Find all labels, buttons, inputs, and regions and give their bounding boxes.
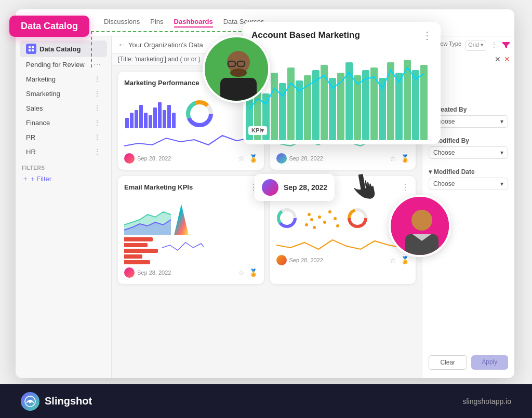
- avatar-card-2: [276, 153, 287, 164]
- sales-label: Sales: [26, 104, 43, 112]
- line-chart-3b: [162, 237, 204, 255]
- svg-point-39: [323, 221, 326, 224]
- modified-date-label: Modified Date: [434, 168, 475, 176]
- card-email-marketing[interactable]: Email Marketing KPIs ⋮: [118, 176, 264, 284]
- bar-chart-1: [124, 95, 181, 128]
- star-icon-2[interactable]: ☆: [390, 154, 396, 163]
- tab-discussions[interactable]: Discussions: [104, 18, 140, 28]
- plus-icon: ＋: [22, 174, 29, 183]
- modified-date-value: Choose: [433, 180, 455, 187]
- modified-by-value: Choose: [433, 149, 455, 156]
- filters-label: FILTERS: [22, 165, 105, 171]
- svg-point-36: [313, 226, 316, 229]
- chevron-down-icon-2: ▾: [500, 149, 503, 156]
- sidebar-item-pending[interactable]: Pending for Review ⋯: [16, 57, 111, 72]
- svg-rect-67: [420, 65, 428, 140]
- modified-by-dropdown[interactable]: Choose ▾: [429, 146, 508, 159]
- smarketing-dots[interactable]: ⋮: [94, 89, 101, 98]
- star-icon-3[interactable]: ☆: [238, 268, 245, 277]
- clear-button[interactable]: Clear: [429, 355, 467, 370]
- svg-point-35: [310, 218, 313, 221]
- date-card-4: Sep 28, 2022: [289, 257, 323, 263]
- sales-dots[interactable]: ⋮: [94, 104, 101, 112]
- modified-date-dropdown[interactable]: Choose ▾: [429, 178, 508, 190]
- nav-tabs: Discussions Pins Dashboards Data Sources: [104, 18, 264, 28]
- sidebar-item-hr[interactable]: HR ⋮: [16, 144, 111, 159]
- tab-dashboards[interactable]: Dashboards: [174, 18, 213, 28]
- svg-point-38: [308, 213, 311, 216]
- svg-rect-2: [29, 49, 31, 51]
- avatar-man-pink: [389, 195, 451, 257]
- hr-label: HR: [26, 148, 36, 156]
- close-panel-icon[interactable]: ✕: [495, 55, 501, 63]
- popup-menu-dots[interactable]: ⋮: [422, 29, 432, 42]
- triangle-chart-3: [174, 204, 189, 235]
- remove-filter-icon[interactable]: ✕: [504, 55, 510, 63]
- tab-pins[interactable]: Pins: [150, 18, 163, 28]
- pending-dots[interactable]: ⋯: [94, 60, 101, 69]
- card-menu-4[interactable]: ⋮: [401, 182, 409, 192]
- tooltip-avatar: [262, 179, 278, 196]
- card-title-3: Email Marketing KPIs: [124, 183, 193, 191]
- pr-label: PR: [26, 133, 35, 141]
- hr-dots[interactable]: ⋮: [94, 147, 101, 156]
- svg-rect-8: [144, 113, 148, 128]
- data-catalog-badge: Data Catalog: [9, 16, 89, 37]
- badge-icon-2: 🏅: [401, 154, 409, 163]
- svg-rect-14: [172, 113, 176, 128]
- finance-dots[interactable]: ⋮: [94, 118, 101, 127]
- sidebar-item-pr[interactable]: PR ⋮: [16, 130, 111, 144]
- sidebar: Data Catalog Pending for Review ⋯ Market…: [16, 36, 112, 378]
- marketing-dots[interactable]: ⋮: [94, 75, 101, 83]
- sidebar-item-sales[interactable]: Sales ⋮: [16, 101, 111, 115]
- donut-chart-4b: [347, 204, 368, 233]
- scatter-4: [301, 204, 343, 233]
- svg-rect-6: [135, 110, 138, 128]
- marketing-label: Marketing: [26, 75, 56, 83]
- chevron-down-icon-1: ▾: [500, 118, 503, 125]
- svg-rect-51: [287, 68, 295, 140]
- date-tooltip: Sep 28, 2022: [255, 174, 335, 201]
- sidebar-item-smarketing[interactable]: Smarketing ⋮: [16, 86, 111, 101]
- panel-menu-dots[interactable]: ⋮: [490, 41, 498, 51]
- filter-icon[interactable]: [502, 41, 510, 51]
- pr-dots[interactable]: ⋮: [94, 133, 101, 141]
- date-card-3: Sep 28, 2022: [137, 269, 171, 276]
- svg-rect-61: [370, 68, 378, 140]
- badge-icon-1: 🏅: [249, 154, 258, 163]
- sidebar-item-data-catalog[interactable]: Data Catalog: [20, 41, 107, 57]
- add-filter-button[interactable]: ＋ + Filter: [22, 174, 105, 183]
- avatar-card-4: [276, 255, 287, 265]
- sidebar-item-marketing[interactable]: Marketing ⋮: [16, 72, 111, 86]
- svg-rect-66: [412, 70, 419, 140]
- svg-rect-10: [153, 107, 157, 128]
- popup-card-account-based: Account Based Marketing ⋮: [243, 22, 441, 144]
- star-icon-1[interactable]: ☆: [238, 154, 245, 163]
- back-arrow-icon[interactable]: ←: [118, 41, 125, 49]
- svg-rect-59: [354, 75, 361, 140]
- kpi-label[interactable]: KPI▾: [248, 126, 267, 135]
- filter-label-text: + Filter: [31, 175, 51, 183]
- svg-rect-13: [167, 105, 171, 128]
- filter-buttons: Clear Apply: [422, 351, 514, 374]
- popup-bar-chart-svg: [243, 47, 441, 140]
- footer-url: slingshotapp.io: [463, 397, 511, 406]
- line-chart-1: [124, 130, 258, 151]
- avatar-card-1: [124, 153, 135, 164]
- view-type-value[interactable]: Grid ▾: [466, 41, 486, 51]
- catalog-icon: [26, 44, 36, 54]
- sidebar-item-finance[interactable]: Finance ⋮: [16, 115, 111, 130]
- popup-chart-area: KPI▾: [243, 47, 441, 140]
- svg-rect-58: [345, 62, 353, 140]
- date-card-1: Sep 28, 2022: [137, 155, 171, 161]
- apply-button[interactable]: Apply: [471, 355, 509, 370]
- popup-header: Account Based Marketing ⋮: [243, 22, 441, 47]
- chevron-date-icon: ▾: [429, 168, 432, 176]
- filter-modified-date: ▾ Modified Date Choose ▾: [422, 165, 514, 196]
- date-card-2: Sep 28, 2022: [289, 155, 323, 161]
- area-chart-3: [124, 204, 171, 235]
- star-icon-4[interactable]: ☆: [390, 256, 396, 264]
- svg-rect-11: [158, 102, 162, 128]
- svg-rect-7: [139, 105, 143, 128]
- donut-chart-4a: [276, 204, 297, 233]
